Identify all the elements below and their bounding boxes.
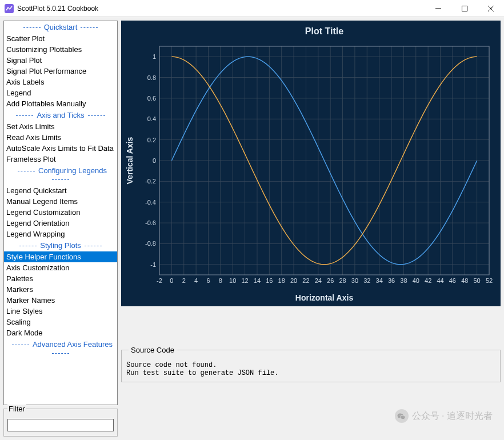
svg-text:-0.6: -0.6 <box>145 219 156 226</box>
svg-text:-0.4: -0.4 <box>145 199 156 206</box>
list-item[interactable]: Signal Plot <box>4 55 117 66</box>
svg-text:2: 2 <box>182 277 186 284</box>
svg-text:24: 24 <box>315 277 322 284</box>
svg-text:30: 30 <box>351 277 358 284</box>
svg-text:0.6: 0.6 <box>147 95 156 102</box>
list-item[interactable]: Manual Legend Items <box>4 196 117 207</box>
svg-text:20: 20 <box>290 277 297 284</box>
list-item[interactable]: Line Styles <box>4 306 117 317</box>
list-item[interactable]: Set Axis Limits <box>4 121 117 132</box>
list-item[interactable]: AutoScale Axis Limits to Fit Data <box>4 143 117 154</box>
list-section-header: Quickstart <box>4 21 117 33</box>
svg-text:10: 10 <box>229 277 236 284</box>
list-item[interactable]: Markers <box>4 284 117 295</box>
svg-text:1: 1 <box>153 53 156 60</box>
list-item[interactable]: Customizing Plottables <box>4 44 117 55</box>
wechat-icon <box>395 409 409 423</box>
svg-text:36: 36 <box>388 277 395 284</box>
svg-rect-1 <box>462 6 467 11</box>
maximize-button[interactable] <box>451 0 478 17</box>
svg-text:50: 50 <box>474 277 481 284</box>
filter-groupbox: Filter <box>3 409 118 437</box>
svg-text:46: 46 <box>449 277 456 284</box>
filter-input[interactable] <box>7 419 114 431</box>
svg-text:0.4: 0.4 <box>147 115 156 122</box>
source-code-groupbox: Source Code Source code not found. Run t… <box>121 350 501 382</box>
svg-text:26: 26 <box>327 277 334 284</box>
list-item[interactable]: Palettes <box>4 273 117 284</box>
svg-text:-0.8: -0.8 <box>145 240 156 247</box>
list-item[interactable]: Add Plottables Manually <box>4 98 117 109</box>
close-button[interactable] <box>478 0 504 17</box>
recipe-listbox[interactable]: QuickstartScatter PlotCustomizing Plotta… <box>3 21 118 405</box>
titlebar: ScottPlot 5.0.21 Cookbook <box>0 0 504 17</box>
plot-area[interactable]: -202468101214161820222426283032343638404… <box>121 21 501 306</box>
svg-text:40: 40 <box>413 277 419 284</box>
list-item[interactable]: Scaling <box>4 317 117 327</box>
list-item[interactable]: Axis Labels <box>4 77 117 87</box>
svg-text:22: 22 <box>302 277 309 284</box>
svg-text:14: 14 <box>254 277 261 284</box>
list-section-header: Configuring Legends <box>4 165 117 185</box>
source-code-text: Source code not found. Run test suite to… <box>126 361 495 377</box>
list-item[interactable]: Legend Wrapping <box>4 229 117 239</box>
svg-text:4: 4 <box>194 277 198 284</box>
list-item[interactable]: Legend Quickstart <box>4 185 117 196</box>
svg-text:52: 52 <box>486 277 493 284</box>
list-item[interactable]: Scatter Plot <box>4 33 117 44</box>
svg-text:34: 34 <box>376 277 383 284</box>
svg-text:Vertical Axis: Vertical Axis <box>125 137 134 184</box>
svg-text:16: 16 <box>266 277 273 284</box>
filter-label: Filter <box>7 405 26 413</box>
svg-text:Plot Title: Plot Title <box>305 26 343 36</box>
watermark: 公众号 · 追逐时光者 <box>395 409 493 423</box>
list-section-header: Axis and Ticks <box>4 109 117 121</box>
list-item[interactable]: Signal Plot Performance <box>4 66 117 77</box>
app-icon <box>5 4 14 13</box>
svg-text:6: 6 <box>206 277 210 284</box>
list-item[interactable]: Marker Names <box>4 295 117 306</box>
list-section-header: Advanced Axis Features <box>4 338 117 359</box>
svg-text:18: 18 <box>278 277 285 284</box>
svg-text:32: 32 <box>363 277 370 284</box>
source-code-label: Source Code <box>129 346 177 354</box>
list-item[interactable]: Style Helper Functions <box>4 251 117 262</box>
list-item[interactable]: Legend Orientation <box>4 218 117 229</box>
svg-text:12: 12 <box>241 277 248 284</box>
list-section-header: Styling Plots <box>4 239 117 251</box>
svg-text:38: 38 <box>400 277 407 284</box>
svg-text:0: 0 <box>153 157 156 164</box>
list-item[interactable]: Frameless Plot <box>4 154 117 165</box>
sidebar: QuickstartScatter PlotCustomizing Plotta… <box>3 21 118 437</box>
svg-text:0.2: 0.2 <box>147 137 156 143</box>
list-item[interactable]: Read Axis Limits <box>4 132 117 143</box>
watermark-text: 公众号 · 追逐时光者 <box>412 410 493 422</box>
svg-text:48: 48 <box>461 277 468 284</box>
minimize-button[interactable] <box>425 0 451 17</box>
list-item[interactable]: Legend <box>4 87 117 98</box>
svg-text:-0.2: -0.2 <box>145 178 156 185</box>
list-item[interactable]: Legend Customization <box>4 207 117 218</box>
svg-text:44: 44 <box>437 277 443 284</box>
svg-text:42: 42 <box>425 277 431 284</box>
list-item[interactable]: Axis Customization <box>4 262 117 273</box>
svg-text:8: 8 <box>219 277 222 284</box>
svg-text:Horizontal Axis: Horizontal Axis <box>295 293 354 302</box>
window-title: ScottPlot 5.0.21 Cookbook <box>17 5 425 13</box>
list-item[interactable]: Dark Mode <box>4 327 117 338</box>
svg-text:0.8: 0.8 <box>147 74 156 81</box>
svg-text:28: 28 <box>339 277 346 284</box>
svg-text:-1: -1 <box>150 261 156 268</box>
svg-text:-2: -2 <box>157 277 162 284</box>
svg-text:0: 0 <box>170 277 173 284</box>
